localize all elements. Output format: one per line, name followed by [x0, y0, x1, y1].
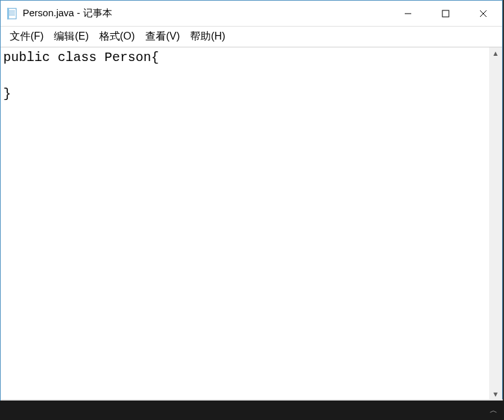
menu-edit[interactable]: 编辑(E)	[49, 27, 93, 46]
window-title: Person.java - 记事本	[23, 7, 389, 19]
menu-format[interactable]: 格式(O)	[94, 27, 140, 46]
minimize-button[interactable]	[389, 1, 427, 26]
titlebar[interactable]: Person.java - 记事本	[1, 1, 502, 27]
notepad-window: Person.java - 记事本 文件(F) 编辑(E) 格式(O) 查看(V…	[0, 0, 503, 401]
maximize-button[interactable]	[427, 1, 464, 26]
tray-chevron-up-icon[interactable]: ︿	[490, 405, 498, 416]
taskbar[interactable]: ︿	[0, 401, 504, 420]
content-area: public class Person{ } ▲ ▼	[1, 47, 502, 400]
svg-rect-6	[442, 10, 449, 17]
notepad-icon	[6, 7, 19, 20]
svg-rect-4	[7, 8, 9, 19]
close-button[interactable]	[464, 1, 502, 26]
menu-file[interactable]: 文件(F)	[5, 27, 49, 46]
menubar: 文件(F) 编辑(E) 格式(O) 查看(V) 帮助(H)	[1, 27, 502, 47]
menu-view[interactable]: 查看(V)	[140, 27, 185, 46]
window-controls	[389, 1, 502, 26]
menu-help[interactable]: 帮助(H)	[185, 27, 230, 46]
scroll-down-icon[interactable]: ▼	[492, 388, 499, 400]
scroll-up-icon[interactable]: ▲	[492, 47, 499, 59]
text-editor[interactable]: public class Person{ }	[1, 47, 489, 400]
vertical-scrollbar[interactable]: ▲ ▼	[489, 47, 502, 400]
